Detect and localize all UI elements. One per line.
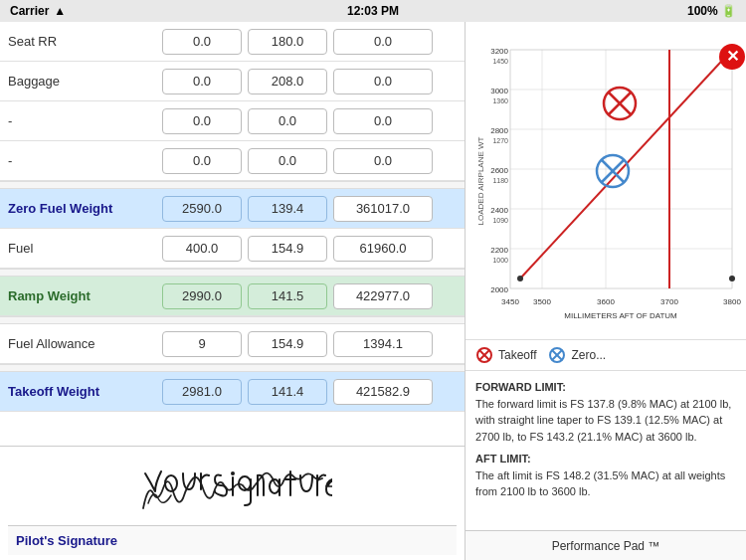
legend-row: Takeoff Zero... bbox=[466, 340, 746, 371]
ramp-weight-weight[interactable] bbox=[162, 283, 242, 309]
seat-rr-moment[interactable] bbox=[333, 29, 433, 55]
table-row: Baggage bbox=[0, 62, 465, 101]
svg-text:2000: 2000 bbox=[490, 285, 508, 294]
takeoff-weight-weight[interactable] bbox=[162, 379, 242, 405]
fuel-allowance-weight[interactable] bbox=[162, 331, 242, 357]
svg-text:2200: 2200 bbox=[490, 246, 508, 255]
table-row: - bbox=[0, 101, 465, 141]
baggage-label: Baggage bbox=[8, 74, 162, 89]
performance-pad-label: Performance Pad ™ bbox=[552, 539, 660, 553]
svg-text:3500: 3500 bbox=[533, 297, 551, 306]
signature-svg bbox=[133, 454, 332, 523]
svg-point-2 bbox=[231, 471, 235, 475]
svg-point-0 bbox=[165, 475, 177, 491]
svg-text:1450: 1450 bbox=[492, 58, 508, 65]
chart-container: LOADED AIRPLANE WT bbox=[466, 22, 746, 340]
battery-label: 100% bbox=[687, 4, 718, 18]
svg-point-51 bbox=[517, 276, 523, 281]
ramp-weight-label: Ramp Weight bbox=[8, 288, 162, 303]
empty1-label: - bbox=[8, 113, 162, 128]
svg-text:2400: 2400 bbox=[490, 206, 508, 215]
forward-limit-title: FORWARD LIMIT: bbox=[475, 381, 566, 393]
empty1-arm[interactable] bbox=[248, 108, 327, 134]
takeoff-weight-moment[interactable] bbox=[333, 379, 433, 405]
pilots-signature-label: Pilot's Signature bbox=[16, 533, 117, 548]
takeoff-weight-label: Takeoff Weight bbox=[8, 384, 162, 399]
left-footer: Pilot's Signature bbox=[8, 525, 457, 555]
svg-text:1270: 1270 bbox=[492, 137, 508, 144]
baggage-weight[interactable] bbox=[162, 69, 242, 94]
svg-text:MILLIMETERS AFT OF DATUM: MILLIMETERS AFT OF DATUM bbox=[564, 311, 677, 320]
status-bar: Carrier ▲ 12:03 PM 100% 🔋 bbox=[0, 0, 746, 22]
ramp-weight-moment[interactable] bbox=[333, 283, 433, 309]
zero-fuel-moment[interactable] bbox=[333, 196, 433, 222]
svg-text:3600: 3600 bbox=[597, 297, 615, 306]
divider bbox=[0, 364, 465, 372]
table-row: Fuel Allowance bbox=[0, 324, 465, 364]
baggage-moment[interactable] bbox=[333, 69, 433, 94]
empty2-label: - bbox=[8, 153, 162, 168]
info-text: FORWARD LIMIT: The forward limit is FS 1… bbox=[466, 371, 746, 530]
zero-fuel-arm[interactable] bbox=[248, 196, 327, 222]
fuel-moment[interactable] bbox=[333, 236, 433, 262]
svg-text:3000: 3000 bbox=[490, 87, 508, 95]
seat-rr-weight[interactable] bbox=[162, 29, 242, 55]
empty2-moment[interactable] bbox=[333, 148, 433, 174]
fuel-allowance-label: Fuel Allowance bbox=[8, 336, 162, 351]
right-panel: LOADED AIRPLANE WT bbox=[466, 22, 746, 560]
takeoff-legend-label: Takeoff bbox=[498, 348, 536, 362]
chart-svg: LOADED AIRPLANE WT bbox=[466, 22, 746, 340]
divider bbox=[0, 181, 465, 189]
table-row: Ramp Weight bbox=[0, 277, 465, 316]
takeoff-weight-arm[interactable] bbox=[248, 379, 327, 405]
zero-icon bbox=[548, 346, 566, 364]
carrier-label: Carrier bbox=[10, 4, 49, 18]
forward-limit-text: The forward limit is FS 137.8 (9.8% MAC)… bbox=[475, 398, 731, 443]
status-bar-left: Carrier ▲ bbox=[10, 4, 66, 18]
table-row: - bbox=[0, 141, 465, 181]
aft-limit-title: AFT LIMIT: bbox=[475, 453, 531, 465]
seat-rr-label: Seat RR bbox=[8, 34, 162, 49]
svg-text:2600: 2600 bbox=[490, 166, 508, 175]
status-bar-right: 100% 🔋 bbox=[687, 4, 736, 18]
svg-text:1180: 1180 bbox=[492, 177, 508, 184]
left-panel: Seat RR Baggage - - bbox=[0, 22, 466, 560]
takeoff-icon bbox=[475, 346, 493, 364]
zero-fuel-weight[interactable] bbox=[162, 196, 242, 222]
svg-text:✕: ✕ bbox=[726, 48, 739, 65]
fuel-allowance-arm[interactable] bbox=[248, 331, 327, 357]
svg-text:1000: 1000 bbox=[492, 257, 508, 264]
empty1-moment[interactable] bbox=[333, 108, 433, 134]
svg-text:3450: 3450 bbox=[501, 297, 519, 306]
empty2-weight[interactable] bbox=[162, 148, 242, 174]
table-row: Zero Fuel Weight bbox=[0, 189, 465, 229]
zero-legend: Zero... bbox=[548, 346, 606, 364]
empty1-weight[interactable] bbox=[162, 108, 242, 134]
fuel-allowance-moment[interactable] bbox=[333, 331, 433, 357]
table-section: Seat RR Baggage - - bbox=[0, 22, 465, 446]
time-label: 12:03 PM bbox=[347, 4, 399, 18]
fuel-label: Fuel bbox=[8, 241, 162, 256]
main-container: Seat RR Baggage - - bbox=[0, 22, 746, 560]
empty2-arm[interactable] bbox=[248, 148, 327, 174]
svg-text:3800: 3800 bbox=[723, 297, 741, 306]
svg-text:3700: 3700 bbox=[660, 297, 678, 306]
table-row: Takeoff Weight bbox=[0, 372, 465, 412]
wifi-icon: ▲ bbox=[54, 4, 66, 18]
seat-rr-arm[interactable] bbox=[248, 29, 327, 55]
ramp-weight-arm[interactable] bbox=[248, 283, 327, 309]
fuel-arm[interactable] bbox=[248, 236, 327, 262]
divider bbox=[0, 316, 465, 324]
svg-text:1360: 1360 bbox=[492, 97, 508, 104]
svg-text:LOADED AIRPLANE WT: LOADED AIRPLANE WT bbox=[476, 136, 485, 225]
takeoff-legend: Takeoff bbox=[475, 346, 536, 364]
table-row: Fuel bbox=[0, 229, 465, 269]
svg-text:3200: 3200 bbox=[490, 47, 508, 56]
zero-legend-label: Zero... bbox=[571, 348, 606, 362]
baggage-arm[interactable] bbox=[248, 69, 327, 94]
signature-section: Pilot's Signature bbox=[0, 446, 465, 560]
fuel-weight[interactable] bbox=[162, 236, 242, 262]
divider bbox=[0, 269, 465, 277]
zero-fuel-label: Zero Fuel Weight bbox=[8, 201, 162, 216]
table-row: Seat RR bbox=[0, 22, 465, 62]
